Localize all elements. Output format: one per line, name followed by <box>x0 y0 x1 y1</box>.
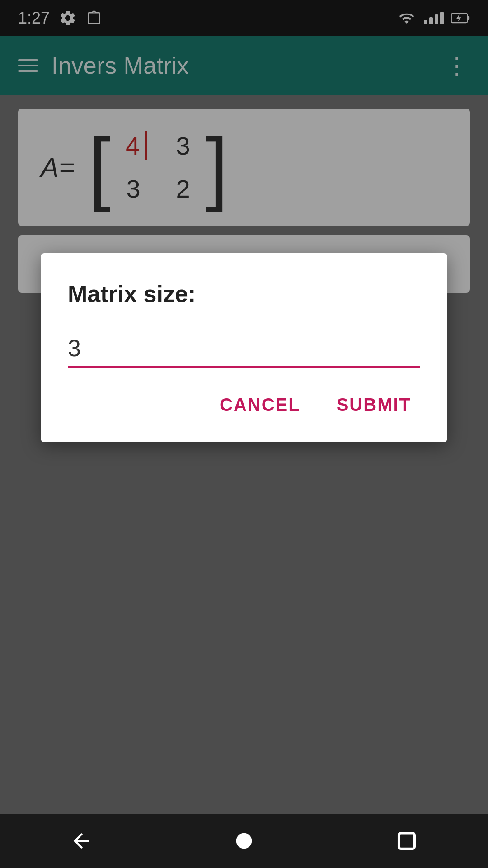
recents-button[interactable] <box>395 829 418 853</box>
svg-rect-4 <box>399 833 415 849</box>
dialog-input-container <box>68 330 420 368</box>
recents-icon <box>395 829 418 853</box>
cancel-button[interactable]: CANCEL <box>211 390 310 420</box>
home-button[interactable] <box>232 829 256 853</box>
svg-point-3 <box>236 833 252 849</box>
back-button[interactable] <box>70 829 93 853</box>
dialog-title: Matrix size: <box>68 280 420 307</box>
dialog-actions: CANCEL SUBMIT <box>68 390 420 420</box>
navigation-bar <box>0 814 488 868</box>
matrix-size-dialog: Matrix size: CANCEL SUBMIT <box>41 253 447 442</box>
matrix-size-input[interactable] <box>68 330 420 368</box>
submit-button[interactable]: SUBMIT <box>328 390 420 420</box>
back-icon <box>70 829 93 853</box>
home-icon <box>232 829 256 853</box>
dialog-overlay: Matrix size: CANCEL SUBMIT <box>0 0 488 868</box>
